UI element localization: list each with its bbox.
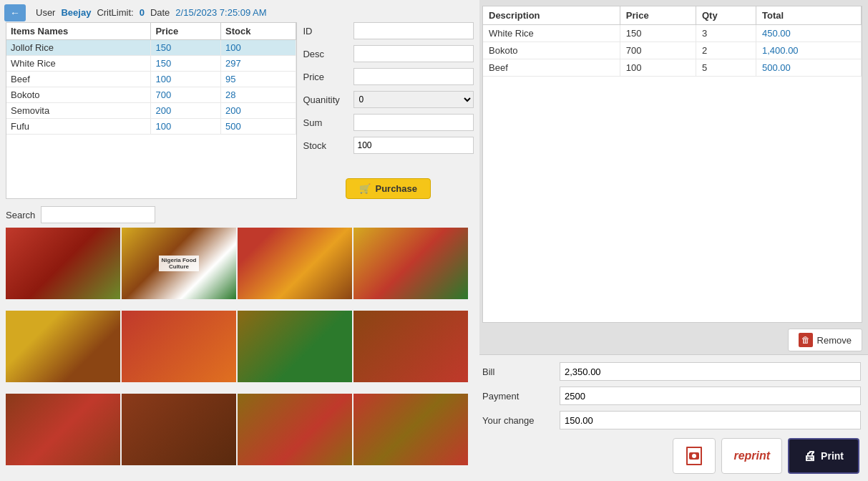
bill-row: Bill — [482, 362, 861, 381]
bill-panel: Bill Payment Your change — [479, 354, 868, 481]
food-image-5[interactable] — [6, 311, 120, 382]
items-table: Items Names Price Stock Jollof Rice 150 … — [6, 23, 296, 135]
top-content: Items Names Price Stock Jollof Rice 150 … — [6, 22, 474, 199]
print-button[interactable]: 🖨 Print — [788, 438, 859, 474]
change-input[interactable] — [560, 411, 861, 429]
order-qty: 3 — [696, 25, 756, 42]
purchase-label: Purchase — [375, 183, 417, 194]
trash-icon: 🗑 — [799, 333, 813, 347]
user-label: User — [36, 7, 55, 18]
order-qty: 2 — [696, 42, 756, 59]
food-image-1[interactable] — [6, 228, 120, 299]
payment-row: Payment — [482, 387, 861, 405]
order-price: 700 — [620, 42, 696, 59]
col-items-names: Items Names — [6, 23, 151, 40]
table-row[interactable]: White Rice 150 297 — [6, 56, 296, 72]
food-images: Nigeria FoodCulture — [6, 228, 474, 475]
item-price: 100 — [151, 72, 221, 87]
form-panel: ID Desc Price Quanitity 0 1 2 — [303, 22, 474, 199]
item-name: Beef — [6, 72, 151, 87]
food-image-9[interactable] — [6, 394, 120, 465]
order-row[interactable]: Beef 100 5 500.00 — [483, 59, 862, 77]
food-image-12[interactable] — [353, 394, 468, 465]
item-name: Jollof Rice — [6, 40, 151, 56]
order-row[interactable]: White Rice 150 3 450.00 — [483, 25, 862, 42]
right-panel: Description Price Qty Total White Rice 1… — [479, 0, 868, 481]
items-table-wrapper: Items Names Price Stock Jollof Rice 150 … — [6, 22, 297, 199]
left-panel: ← User Beejay CritLimit: 0 Date 2/15/202… — [0, 0, 479, 481]
payment-input[interactable] — [560, 387, 861, 405]
order-col-price: Price — [620, 6, 696, 25]
desc-label: Desc — [303, 49, 349, 59]
change-label: Your change — [482, 415, 554, 426]
reprint-label: reprint — [733, 450, 770, 462]
food-image-11[interactable] — [238, 394, 352, 465]
food-image-10[interactable] — [122, 394, 236, 465]
food-image-3[interactable] — [238, 228, 352, 299]
order-price: 150 — [620, 25, 696, 42]
date-value: 2/15/2023 7:25:09 AM — [175, 7, 266, 18]
sum-row: Sum — [303, 114, 474, 131]
quantity-select[interactable]: 0 1 2 3 4 5 — [353, 91, 474, 108]
table-row[interactable]: Beef 100 95 — [6, 72, 296, 87]
food-image-6[interactable] — [122, 311, 236, 382]
remove-button[interactable]: 🗑 Remove — [788, 329, 862, 351]
col-stock: Stock — [221, 23, 296, 40]
sum-input[interactable] — [353, 114, 474, 131]
order-total: 450.00 — [756, 25, 862, 42]
order-table-wrapper: Description Price Qty Total White Rice 1… — [482, 6, 862, 323]
desc-input[interactable] — [353, 45, 474, 62]
stock-label: Stock — [303, 140, 349, 151]
id-label: ID — [303, 26, 349, 37]
id-input[interactable] — [353, 22, 474, 39]
item-price: 100 — [151, 119, 221, 135]
id-row: ID — [303, 22, 474, 39]
table-row[interactable]: Jollof Rice 150 100 — [6, 40, 296, 56]
search-input[interactable] — [41, 206, 155, 223]
order-table: Description Price Qty Total White Rice 1… — [483, 6, 862, 77]
desc-row: Desc — [303, 45, 474, 62]
change-row: Your change — [482, 411, 861, 429]
stock-input[interactable] — [353, 137, 474, 154]
order-col-total: Total — [756, 6, 862, 25]
bill-label: Bill — [482, 366, 554, 377]
table-row[interactable]: Semovita 200 200 — [6, 103, 296, 119]
main-container: ← User Beejay CritLimit: 0 Date 2/15/202… — [0, 0, 868, 481]
user-value: Beejay — [61, 7, 91, 18]
price-input[interactable] — [353, 68, 474, 85]
report-icon — [686, 447, 702, 465]
order-desc: White Rice — [483, 25, 620, 42]
remove-label: Remove — [817, 335, 852, 346]
food-image-7[interactable] — [238, 311, 352, 382]
col-price: Price — [151, 23, 221, 40]
crit-value: 0 — [140, 7, 145, 18]
item-price: 200 — [151, 103, 221, 119]
item-stock: 297 — [221, 56, 296, 72]
price-row: Price — [303, 68, 474, 85]
item-name: White Rice — [6, 56, 151, 72]
stock-row: Stock — [303, 137, 474, 154]
date-label: Date — [150, 7, 170, 18]
search-label: Search — [6, 210, 35, 220]
order-price: 100 — [620, 59, 696, 77]
food-image-4[interactable] — [353, 228, 468, 299]
item-stock: 95 — [221, 72, 296, 87]
reprint-button[interactable]: reprint — [721, 438, 782, 474]
quantity-row: Quanitity 0 1 2 3 4 5 — [303, 91, 474, 108]
order-col-qty: Qty — [696, 6, 756, 25]
food-image-8[interactable] — [353, 311, 468, 382]
food-image-2[interactable]: Nigeria FoodCulture — [122, 228, 236, 299]
table-row[interactable]: Fufu 100 500 — [6, 119, 296, 135]
printer-icon: 🖨 — [804, 449, 816, 464]
report-button[interactable] — [673, 438, 716, 474]
table-row[interactable]: Bokoto 700 28 — [6, 87, 296, 103]
item-name: Fufu — [6, 119, 151, 135]
purchase-button[interactable]: 🛒 Purchase — [346, 178, 431, 199]
item-name: Semovita — [6, 103, 151, 119]
item-stock: 28 — [221, 87, 296, 103]
print-label: Print — [821, 450, 844, 462]
back-button[interactable]: ← — [4, 4, 26, 21]
order-row[interactable]: Bokoto 700 2 1,400.00 — [483, 42, 862, 59]
quantity-label: Quanitity — [303, 94, 349, 105]
bill-input[interactable] — [560, 362, 861, 381]
